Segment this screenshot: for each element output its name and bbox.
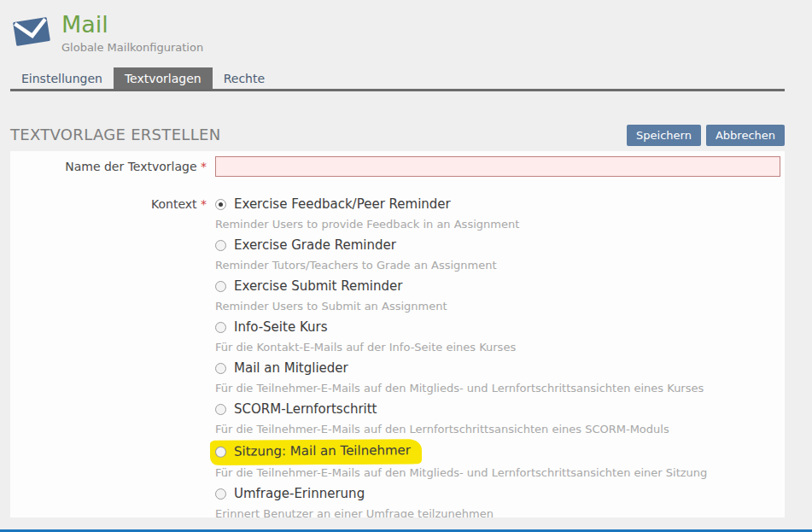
kontext-label: Kontext *	[10, 194, 215, 517]
option-label: SCORM-Lernfortschritt	[234, 399, 377, 420]
tab-rechte[interactable]: Rechte	[213, 67, 276, 89]
page-subtitle: Globale Mailkonfiguration	[61, 41, 203, 54]
kontext-option-radio-row[interactable]: Mail an Mitglieder	[215, 358, 348, 379]
option-description: Reminder Users to provide Feedback in an…	[215, 215, 780, 234]
option-description: Reminder Tutors/Teachers to Grade an Ass…	[215, 256, 780, 275]
form-panel: Name der Textvorlage * Kontext * Exercis…	[10, 151, 785, 517]
kontext-option: Exercise Feedback/Peer Reminder Reminder…	[215, 194, 780, 234]
template-name-input[interactable]	[215, 156, 780, 177]
required-asterisk: *	[201, 160, 207, 173]
kontext-option-radio-row[interactable]: SCORM-Lernfortschritt	[215, 399, 377, 420]
option-label: Exercise Submit Reminder	[234, 276, 402, 297]
radio-icon[interactable]	[215, 447, 226, 458]
tab-einstellungen[interactable]: Einstellungen	[10, 67, 114, 89]
kontext-option-radio-row-highlighted[interactable]: Sitzung: Mail an Teilnehmer	[212, 439, 419, 465]
kontext-option: Mail an Mitglieder Für die Teilnehmer-E-…	[215, 358, 780, 398]
radio-icon[interactable]	[215, 488, 226, 500]
kontext-option: Exercise Submit Reminder Reminder Users …	[215, 276, 780, 316]
kontext-option: Umfrage-Erinnerung Erinnert Benutzer an …	[215, 483, 780, 517]
kontext-option: Info-Seite Kurs Für die Kontakt-E-Mails …	[215, 317, 780, 357]
save-button[interactable]: Speichern	[627, 125, 701, 146]
option-label: Mail an Mitglieder	[234, 358, 348, 379]
option-description: Für die Teilnehmer-E-Mails auf den Mitgl…	[215, 379, 780, 398]
kontext-form-row: Kontext * Exercise Feedback/Peer Reminde…	[10, 194, 785, 517]
name-label: Name der Textvorlage *	[10, 156, 215, 177]
radio-icon[interactable]	[215, 199, 226, 210]
option-description: Für die Teilnehmer-E-Mails auf den Lernf…	[215, 420, 780, 439]
app-header: Mail Globale Mailkonfiguration	[0, 0, 812, 67]
kontext-option: Exercise Grade Reminder Reminder Tutors/…	[215, 235, 780, 275]
required-asterisk: *	[201, 197, 207, 211]
section-bar: Textvorlage erstellen Speichern Abbreche…	[10, 91, 785, 151]
tab-bar: Einstellungen Textvorlagen Rechte	[10, 67, 785, 91]
radio-icon[interactable]	[215, 240, 226, 251]
option-description: Für die Teilnehmer-E-Mails auf den Mitgl…	[215, 464, 780, 482]
mail-envelope-icon	[10, 10, 53, 53]
kontext-label-text: Kontext	[151, 197, 197, 211]
radio-icon[interactable]	[215, 281, 226, 292]
kontext-option-radio-row[interactable]: Exercise Submit Reminder	[215, 276, 402, 297]
tab-textvorlagen[interactable]: Textvorlagen	[114, 67, 213, 89]
kontext-option-radio-row[interactable]: Umfrage-Erinnerung	[215, 483, 365, 505]
kontext-option: Sitzung: Mail an Teilnehmer Für die Teil…	[215, 440, 780, 482]
kontext-option-radio-row[interactable]: Exercise Feedback/Peer Reminder	[215, 194, 451, 215]
cancel-button[interactable]: Abbrechen	[706, 125, 785, 146]
option-label: Exercise Feedback/Peer Reminder	[234, 194, 451, 215]
option-description: Erinnert Benutzer an einer Umfrage teilz…	[215, 505, 780, 517]
option-description: Reminder Users to Submit an Assignment	[215, 297, 780, 316]
name-label-text: Name der Textvorlage	[65, 160, 196, 173]
option-label: Info-Seite Kurs	[234, 317, 327, 338]
kontext-option-radio-row[interactable]: Exercise Grade Reminder	[215, 235, 396, 256]
option-label: Sitzung: Mail an Teilnehmer	[234, 440, 411, 462]
radio-icon[interactable]	[215, 363, 226, 374]
radio-icon[interactable]	[215, 322, 226, 333]
kontext-option-radio-row[interactable]: Info-Seite Kurs	[215, 317, 327, 338]
radio-icon[interactable]	[215, 404, 226, 415]
section-title: Textvorlage erstellen	[10, 126, 220, 143]
kontext-options: Exercise Feedback/Peer Reminder Reminder…	[215, 194, 785, 517]
option-label: Umfrage-Erinnerung	[234, 483, 365, 505]
name-form-row: Name der Textvorlage *	[10, 156, 785, 177]
option-label: Exercise Grade Reminder	[234, 235, 396, 256]
kontext-option: SCORM-Lernfortschritt Für die Teilnehmer…	[215, 399, 780, 439]
option-description: Für die Kontakt-E-Mails auf der Info-Sei…	[215, 338, 780, 357]
page-title: Mail	[61, 12, 203, 38]
